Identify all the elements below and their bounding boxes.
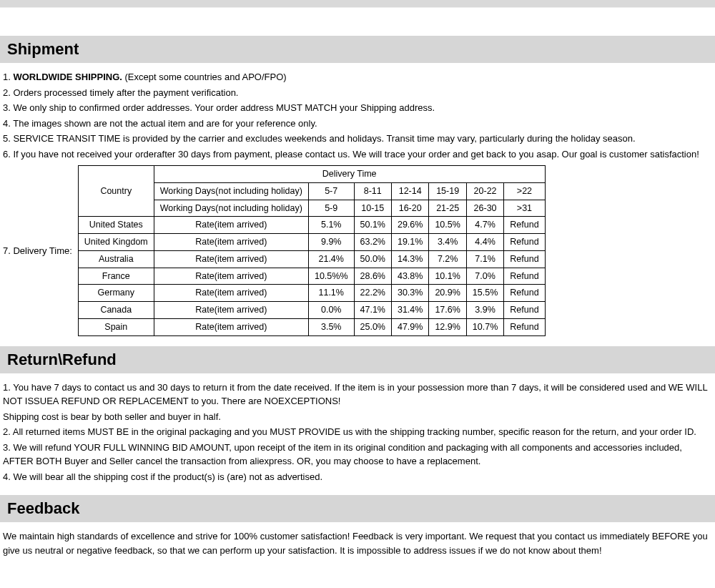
delivery-time-row: 7. Delivery Time: CountryDelivery TimeWo… — [3, 165, 712, 336]
table-cell: 47.1% — [354, 302, 391, 319]
table-cell: Rate(item arrived) — [154, 268, 308, 285]
table-cell: Delivery Time — [154, 166, 545, 183]
table-cell: 21-25 — [429, 200, 466, 217]
table-cell: 7.2% — [429, 250, 466, 268]
table-cell: 12-14 — [391, 182, 428, 200]
table-cell: 50.1% — [354, 217, 391, 234]
text: (Except some countries and APO/FPO) — [122, 72, 287, 82]
shipment-line-2: 2. Orders processed timely after the pay… — [3, 86, 712, 100]
table-cell: Rate(item arrived) — [154, 250, 308, 268]
shipment-section: 1. WORLDWIDE SHIPPING. (Except some coun… — [0, 63, 715, 346]
table-cell: 3.5% — [308, 318, 354, 335]
table-row: United KingdomRate(item arrived)9.9%63.2… — [78, 234, 545, 251]
table-cell: Working Days(not including holiday) — [154, 182, 308, 200]
table-cell: 4.7% — [466, 217, 503, 234]
table-cell: Rate(item arrived) — [154, 285, 308, 302]
table-row: United StatesRate(item arrived)5.1%50.1%… — [78, 217, 545, 234]
table-cell: 5-9 — [308, 200, 354, 217]
return-line-1: 1. You have 7 days to contact us and 30 … — [3, 381, 712, 408]
table-cell: 43.8% — [391, 268, 428, 285]
table-cell: 3.9% — [466, 302, 503, 319]
top-bar — [0, 0, 715, 7]
shipment-line-6: 6. If you have not received your orderaf… — [3, 147, 712, 162]
table-cell: 22.2% — [354, 285, 391, 302]
table-cell: Germany — [78, 285, 154, 302]
table-cell: 5.1% — [308, 217, 354, 234]
table-cell: 30.3% — [391, 285, 428, 302]
table-cell: 28.6% — [354, 268, 391, 285]
table-cell: 10-15 — [354, 200, 391, 217]
table-cell: United Kingdom — [78, 234, 154, 251]
heading-shipment: Shipment — [0, 36, 715, 63]
table-cell: 47.9% — [391, 318, 428, 335]
delivery-time-label: 7. Delivery Time: — [3, 244, 77, 258]
table-cell: Refund — [504, 234, 545, 251]
table-cell: 21.4% — [308, 250, 354, 268]
table-cell: Rate(item arrived) — [154, 217, 308, 234]
table-cell: 8-11 — [354, 182, 391, 200]
table-cell: 7.0% — [466, 268, 503, 285]
table-cell: 12.9% — [429, 318, 466, 335]
table-cell: 29.6% — [391, 217, 428, 234]
table-cell: Refund — [504, 268, 545, 285]
table-cell: 63.2% — [354, 234, 391, 251]
table-row: AustraliaRate(item arrived)21.4%50.0%14.… — [78, 250, 545, 268]
table-cell: >22 — [504, 182, 545, 200]
heading-feedback: Feedback — [0, 495, 715, 522]
shipment-line-3: 3. We only ship to confirmed order addre… — [3, 101, 712, 115]
table-cell: Rate(item arrived) — [154, 318, 308, 335]
table-cell: 17.6% — [429, 302, 466, 319]
table-cell: 10.7% — [466, 318, 503, 335]
table-cell: Refund — [504, 302, 545, 319]
table-cell: 14.3% — [391, 250, 428, 268]
table-row: CountryDelivery Time — [78, 166, 545, 183]
table-cell: 16-20 — [391, 200, 428, 217]
table-cell: 0.0% — [308, 302, 354, 319]
table-row: FranceRate(item arrived)10.5%%28.6%43.8%… — [78, 268, 545, 285]
table-cell: 20-22 — [466, 182, 503, 200]
table-cell: 5-7 — [308, 182, 354, 200]
delivery-time-table: CountryDelivery TimeWorking Days(not inc… — [78, 165, 546, 336]
text: 1. — [3, 72, 13, 82]
table-row: SpainRate(item arrived)3.5%25.0%47.9%12.… — [78, 318, 545, 335]
table-cell: 11.1% — [308, 285, 354, 302]
table-cell: Working Days(not including holiday) — [154, 200, 308, 217]
table-cell: Canada — [78, 302, 154, 319]
table-cell: Rate(item arrived) — [154, 234, 308, 251]
table-cell: 3.4% — [429, 234, 466, 251]
text-bold: WORLDWIDE SHIPPING. — [13, 72, 122, 82]
table-cell: 20.9% — [429, 285, 466, 302]
table-cell: 31.4% — [391, 302, 428, 319]
shipment-line-4: 4. The images shown are not the actual i… — [3, 117, 712, 131]
table-cell: 15.5% — [466, 285, 503, 302]
table-cell: Australia — [78, 250, 154, 268]
table-cell: Refund — [504, 285, 545, 302]
return-line-3: 3. We will refund YOUR FULL WINNING BID … — [3, 441, 712, 469]
table-cell: 10.1% — [429, 268, 466, 285]
table-cell: United States — [78, 217, 154, 234]
return-line-4: 4. We will bear all the shipping cost if… — [3, 470, 712, 484]
table-cell: 25.0% — [354, 318, 391, 335]
table-cell: Refund — [504, 250, 545, 268]
table-cell: Rate(item arrived) — [154, 302, 308, 319]
return-line-1b: Shipping cost is bear by both seller and… — [3, 410, 712, 424]
table-cell: Country — [78, 166, 154, 217]
table-cell: 10.5%% — [308, 268, 354, 285]
table-cell: France — [78, 268, 154, 285]
table-cell: >31 — [504, 200, 545, 217]
return-line-2: 2. All returned items MUST BE in the ori… — [3, 425, 712, 439]
table-cell: 19.1% — [391, 234, 428, 251]
table-cell: 9.9% — [308, 234, 354, 251]
heading-return: Return\Refund — [0, 346, 715, 373]
shipment-line-1: 1. WORLDWIDE SHIPPING. (Except some coun… — [3, 70, 712, 84]
feedback-section: We maintain high standards of excellence… — [0, 522, 715, 569]
return-section: 1. You have 7 days to contact us and 30 … — [0, 373, 715, 496]
feedback-line-1: We maintain high standards of excellence… — [3, 529, 712, 557]
table-cell: 26-30 — [466, 200, 503, 217]
table-cell: 7.1% — [466, 250, 503, 268]
table-cell: Refund — [504, 318, 545, 335]
top-gap — [0, 7, 715, 36]
table-cell: Refund — [504, 217, 545, 234]
table-cell: 10.5% — [429, 217, 466, 234]
table-cell: 4.4% — [466, 234, 503, 251]
